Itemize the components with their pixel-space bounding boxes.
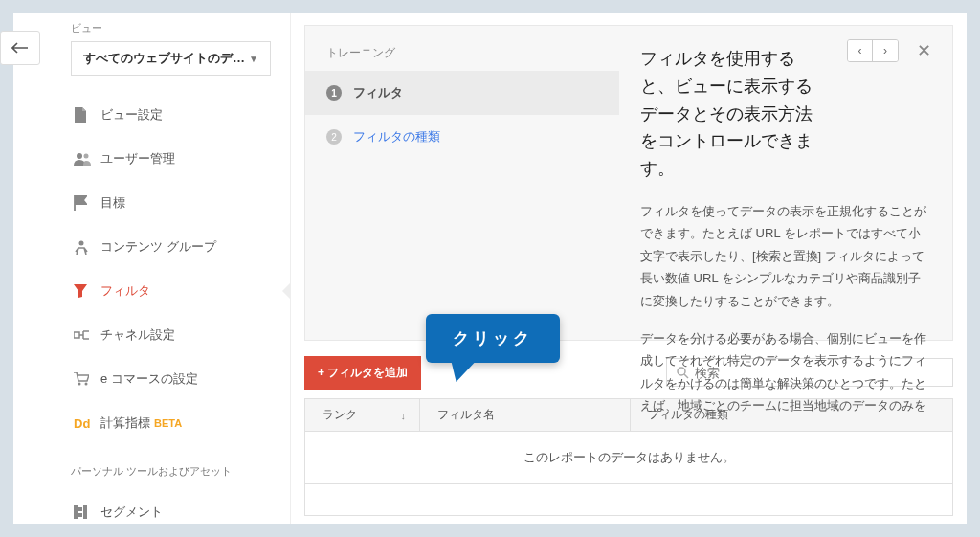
sidebar-item-goals[interactable]: 目標 (13, 181, 290, 225)
dd-icon: Dd (74, 416, 100, 431)
help-next-button[interactable]: › (873, 40, 898, 61)
svg-rect-7 (78, 507, 82, 511)
help-paragraph: フィルタを使ってデータの表示を正規化することができます。たとえば URL をレポ… (640, 200, 931, 312)
svg-point-1 (84, 154, 89, 159)
nav-label: 計算指標 (100, 414, 150, 432)
view-selector-dropdown[interactable]: すべてのウェブサイトのデ… ▼ (71, 41, 271, 76)
sort-arrow-icon: ↓ (401, 410, 407, 421)
column-label: フィルタ名 (437, 407, 495, 423)
sidebar: ビュー すべてのウェブサイトのデ… ▼ ビュー設定 ユーザー管理 目標 コンテン… (13, 13, 291, 524)
sidebar-item-calculated-metrics[interactable]: Dd 計算指標 BETA (13, 401, 290, 445)
sidebar-item-content-groups[interactable]: コンテンツ グループ (13, 225, 290, 269)
help-title: フィルタを使用すると、ビューに表示するデータとその表示方法をコントロールできます… (640, 45, 931, 183)
help-paragraph: データを分ける必要がある場合、個別にビューを作成してそれぞれ特定のデータを表示す… (640, 327, 931, 417)
nav-label: ビュー設定 (100, 106, 163, 123)
svg-point-5 (85, 383, 88, 386)
svg-rect-6 (74, 505, 78, 519)
view-selector-text: すべてのウェブサイトのデ… (83, 50, 245, 67)
flag-icon (74, 195, 100, 211)
document-icon (74, 107, 100, 123)
sidebar-item-channel-settings[interactable]: チャネル設定 (13, 313, 290, 357)
sidebar-item-segments[interactable]: セグメント (13, 490, 290, 524)
svg-rect-9 (83, 505, 87, 519)
users-icon (74, 152, 100, 166)
sidebar-item-user-management[interactable]: ユーザー管理 (13, 137, 290, 181)
person-group-icon (74, 239, 100, 255)
nav-label: 目標 (100, 194, 125, 212)
nav-label: e コマースの設定 (100, 370, 198, 388)
nav-label: セグメント (100, 503, 163, 521)
table-empty-message: このレポートのデータはありません。 (305, 432, 952, 484)
cart-icon (74, 372, 100, 386)
beta-badge: BETA (154, 417, 182, 429)
help-nav: トレーニング 1 フィルタ 2 フィルタの種類 (305, 26, 619, 340)
svg-point-0 (77, 153, 82, 159)
sidebar-item-filters[interactable]: フィルタ (13, 269, 290, 313)
funnel-icon (74, 284, 100, 298)
help-step-filters[interactable]: 1 フィルタ (305, 71, 619, 115)
help-step-filter-types[interactable]: 2 フィルタの種類 (305, 115, 619, 159)
add-filter-button[interactable]: + フィルタを追加 (304, 356, 421, 390)
personal-tools-header: パーソナル ツールおよびアセット (13, 445, 290, 490)
step-number-badge: 2 (326, 129, 342, 145)
help-step-label: フィルタの種類 (353, 128, 440, 145)
annotation-callout: クリック (426, 314, 560, 382)
help-nav-header: トレーニング (305, 26, 619, 71)
step-number-badge: 1 (326, 85, 342, 101)
svg-rect-3 (74, 332, 79, 338)
help-step-label: フィルタ (353, 84, 403, 101)
nav-label: コンテンツ グループ (100, 238, 216, 256)
callout-label: クリック (426, 314, 560, 363)
nav-label: チャネル設定 (100, 326, 175, 344)
sidebar-item-ecommerce[interactable]: e コマースの設定 (13, 357, 290, 401)
sidebar-item-view-settings[interactable]: ビュー設定 (13, 93, 290, 137)
help-body: フィルタを使ってデータの表示を正規化することができます。たとえば URL をレポ… (640, 200, 931, 433)
help-close-button[interactable]: ✕ (910, 40, 937, 61)
help-prev-button[interactable]: ‹ (848, 40, 873, 61)
channel-icon (74, 328, 100, 342)
callout-tail-icon (439, 361, 477, 382)
table-footer (305, 484, 952, 515)
svg-rect-8 (78, 513, 82, 517)
nav-label: フィルタ (100, 282, 150, 300)
nav-label: ユーザー管理 (100, 150, 175, 168)
back-button[interactable] (0, 31, 40, 65)
svg-point-2 (79, 241, 84, 246)
svg-point-4 (78, 383, 81, 386)
column-header-rank[interactable]: ランク ↓ (305, 399, 420, 431)
segment-icon (74, 505, 100, 519)
column-label: ランク (323, 407, 357, 423)
column-header-name[interactable]: フィルタ名 (420, 399, 631, 431)
main-content: トレーニング 1 フィルタ 2 フィルタの種類 ‹ › ✕ (291, 13, 967, 524)
help-pager: ‹ › (847, 39, 899, 62)
back-arrow-icon (11, 42, 29, 54)
chevron-down-icon: ▼ (249, 54, 258, 64)
help-controls: ‹ › ✕ (847, 39, 937, 62)
view-section-label: ビュー (13, 17, 290, 41)
help-panel: トレーニング 1 フィルタ 2 フィルタの種類 ‹ › ✕ (304, 25, 953, 341)
help-content: ‹ › ✕ フィルタを使用すると、ビューに表示するデータとその表示方法をコントロ… (619, 26, 952, 340)
